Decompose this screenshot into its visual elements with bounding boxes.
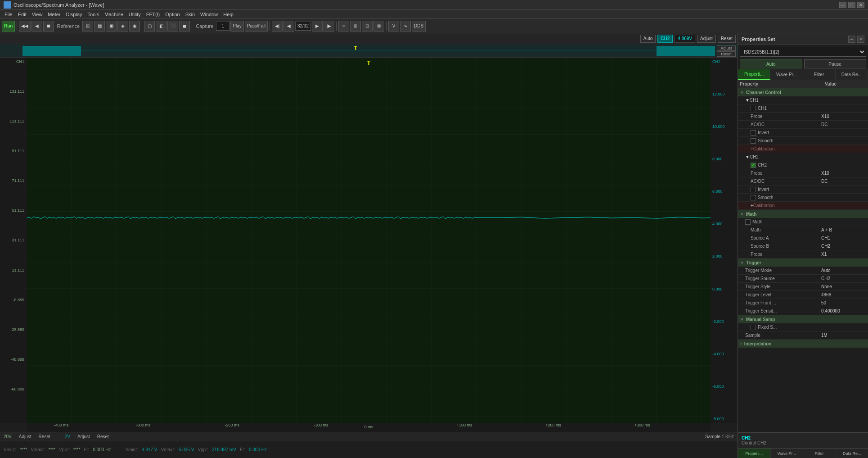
maximize-button[interactable]: □ [848,2,855,8]
tb-icon5[interactable]: ◉ [129,21,140,32]
tb-icon9[interactable]: ◼ [179,21,190,32]
ch1-invert-checkbox[interactable] [751,130,756,136]
y-label-1: 111.111 [1,119,26,123]
scope-canvas[interactable]: T [27,58,711,423]
nav-handle-right[interactable] [657,46,715,56]
menu-display[interactable]: Display [63,10,85,18]
props-pin-button[interactable]: ─ [848,36,855,43]
ch1-adjust-btn[interactable]: Adjust [19,434,31,439]
tb-grid[interactable]: ⊞ [350,21,361,32]
channel-control-section[interactable]: ▼ Channel Control [738,88,868,96]
menu-skin[interactable]: Skin [183,10,198,18]
ch1-smooth-label: Smooth [758,138,866,143]
math-enable-row[interactable]: Math [738,218,868,226]
ch2-smooth-checkbox[interactable] [751,195,756,200]
tb-icon10[interactable]: ⊠ [373,21,384,32]
back-button[interactable]: ◀◀ [19,21,31,32]
ch2-enable-row[interactable]: CH2 [738,161,868,169]
tab-data[interactable]: Data Re... [836,69,868,80]
next-step[interactable]: ▶ [312,21,323,32]
capture-input[interactable] [216,22,229,31]
menu-help[interactable]: Help [220,10,236,18]
menu-option[interactable]: Option [162,10,182,18]
bottom-tab-properties[interactable]: Properti... [738,449,771,458]
ch2-reset-btn[interactable]: Reset [97,434,109,439]
math-checkbox[interactable] [745,219,751,225]
ch1-checkbox[interactable] [751,106,756,111]
ch1-smooth-checkbox[interactable] [751,138,756,144]
ch1-invert-row[interactable]: Invert [738,129,868,137]
tb-wave[interactable]: ∿ [400,21,411,32]
y-label-6: 11.111 [1,268,26,272]
tab-properties[interactable]: Properti... [738,69,770,80]
fixed-s-checkbox[interactable] [751,325,756,330]
y-right-3: 6.000 [711,189,737,194]
nav-reset-button[interactable]: Reset [717,51,736,57]
y-label-5: 31.111 [1,238,26,242]
auto-button[interactable]: Auto [640,35,656,43]
ch2-smooth-row[interactable]: Smooth [738,194,868,202]
ch1-enable-row[interactable]: CH1 [738,104,868,113]
nav-handle-left[interactable] [22,46,81,56]
tab-filter[interactable]: Filter [803,69,836,80]
tb-icon7[interactable]: ◧ [156,21,166,32]
ch2-invert-row[interactable]: Invert [738,186,868,194]
tb-v[interactable]: V [388,21,399,32]
trigger-section[interactable]: ▼ Trigger [738,258,868,267]
manual-samp-section[interactable]: ▼ Manual Samp [738,315,868,323]
menu-fft[interactable]: FFT(I) [144,10,163,18]
fixed-s-row[interactable]: Fixed S... [738,323,868,331]
menu-file[interactable]: File [2,10,15,18]
tb-icon2[interactable]: ▦ [94,21,105,32]
stop-button[interactable]: ⏹ [43,21,54,32]
run-button[interactable]: Run [2,21,15,32]
tb-dds[interactable]: DDS [412,21,426,32]
tab-wave[interactable]: Wave Pr... [770,69,803,80]
prev-step[interactable]: ◀ [283,21,294,32]
device-dropdown[interactable]: ISDS205B(1.1)[2] [740,47,866,57]
math-section[interactable]: ▼ Math [738,210,868,218]
menu-meter[interactable]: Meter [45,10,63,18]
ch1-calibration-row[interactable]: + Calibration [738,145,868,153]
auto-button-props[interactable]: Auto [740,59,802,68]
pause-button-props[interactable]: Pause [804,59,867,68]
ch1-smooth-row[interactable]: Smooth [738,137,868,145]
interpolation-section[interactable]: + Interpolation [738,340,868,348]
prev-capture[interactable]: ◀| [272,21,283,32]
tb-split[interactable]: ⊟ [362,21,373,32]
menu-view[interactable]: View [29,10,45,18]
bottom-tab-filter[interactable]: Filter [803,449,836,458]
ch2-invert-checkbox[interactable] [751,187,756,192]
nav-adjust-button[interactable]: Adjust [717,45,736,51]
props-close-button[interactable]: ✕ [857,36,864,43]
ch2-adjust-btn[interactable]: Adjust [77,434,90,439]
tb-icon8[interactable]: ⬛ [167,21,178,32]
tb-icon1[interactable]: ⊞ [82,21,93,32]
menu-tools[interactable]: Tools [85,10,102,18]
properties-tree: ▼ Channel Control ▼ CH1 CH1 Probe X10 AC… [738,88,868,432]
tb-list[interactable]: ≡ [338,21,349,32]
minimize-button[interactable]: ─ [839,2,846,8]
ch1-section[interactable]: ▼ CH1 [738,96,868,104]
tb-icon4[interactable]: ◈ [117,21,128,32]
bottom-tab-wave[interactable]: Wave Pr... [771,449,804,458]
adjust-button[interactable]: Adjust [697,35,716,43]
menu-edit[interactable]: Edit [15,10,29,18]
ch2-calibration-row[interactable]: + Calibration [738,202,868,210]
menu-machine[interactable]: Machine [102,10,126,18]
close-button[interactable]: ✕ [857,2,864,8]
tb-icon6[interactable]: ▢ [144,21,155,32]
pass-fail-button[interactable]: Pass/Fail [245,21,268,32]
tb-icon3[interactable]: ▣ [106,21,117,32]
ch1-reset-btn[interactable]: Reset [39,434,50,439]
reset-button[interactable]: Reset [718,35,736,43]
prev-button[interactable]: ◀ [31,21,42,32]
ch2-section[interactable]: ▼ CH2 [738,153,868,161]
menu-window[interactable]: Window [198,10,220,18]
ch2-checkbox[interactable] [751,163,756,168]
play-button[interactable]: Play [230,21,243,32]
menu-utility[interactable]: Utility [126,10,144,18]
ch2-probe-label: Probe [751,171,821,176]
bottom-tab-data[interactable]: Data Re... [836,449,868,458]
next-capture[interactable]: |▶ [324,21,334,32]
